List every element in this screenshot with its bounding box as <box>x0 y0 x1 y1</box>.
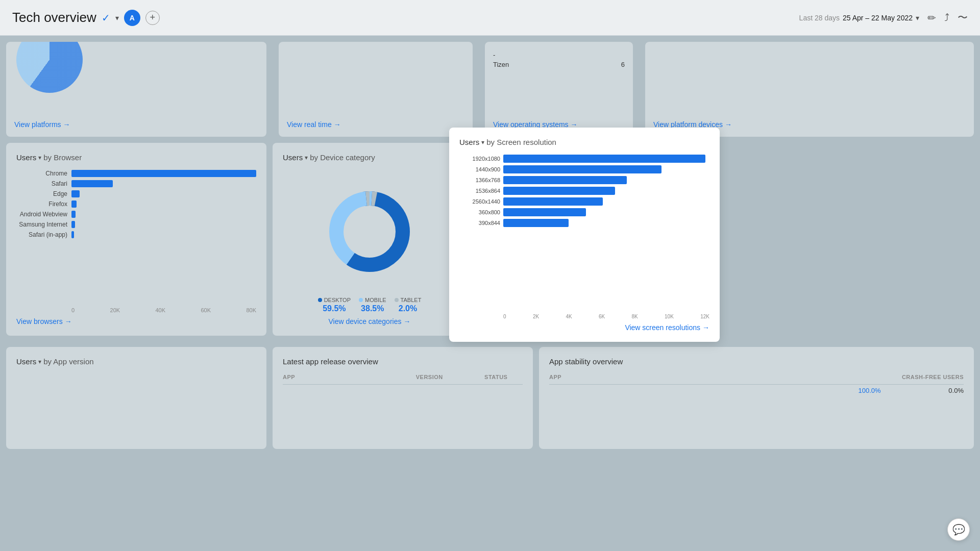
browser-bar-fill <box>71 190 80 197</box>
resolution-card: Users ▾ by Screen resolution 980x551 1… <box>449 128 720 342</box>
view-os-link[interactable]: View operating systems → <box>493 116 625 129</box>
os-row: - <box>493 50 625 60</box>
browser-bar-row: Firefox <box>16 201 256 208</box>
browser-bar-bg <box>71 201 256 208</box>
resolution-axis-label: 6K <box>599 314 605 319</box>
resolution-bar-fill <box>503 155 705 163</box>
resolution-bar-row: 360x800 <box>459 208 709 216</box>
resolution-bar-bg <box>503 165 709 173</box>
resolution-dropdown-icon[interactable]: ▾ <box>481 139 484 146</box>
browser-bar-label: Android Webview <box>16 211 67 218</box>
stability-row: 100.0% 0.0% <box>549 385 964 396</box>
device-dropdown-icon[interactable]: ▾ <box>305 154 308 161</box>
view-device-categories-link[interactable]: View device categories → <box>283 313 456 325</box>
date-value: 25 Apr – 22 May 2022 <box>843 14 913 22</box>
browser-axis-label: 40K <box>155 307 165 313</box>
browser-bar-label: Chrome <box>16 170 67 177</box>
resolution-axis-label: 4K <box>566 314 572 319</box>
resolution-bar-row: 390x844 <box>459 219 709 227</box>
chart-icon[interactable]: 〜 <box>958 11 968 24</box>
legend-value: 59.5% <box>323 304 346 313</box>
resolution-chart-title: Users ▾ by Screen resolution <box>459 138 709 146</box>
tizen-value: 6 <box>621 61 625 68</box>
resolution-axis-label: 12K <box>700 314 709 319</box>
browser-axis: 020K40K60K80K <box>71 307 256 313</box>
main-content: View platforms → View real time → - <box>0 36 980 551</box>
os-table: - Tizen 6 <box>493 50 625 69</box>
stability-app <box>549 387 715 394</box>
latest-release-title: Latest app release overview <box>283 357 523 366</box>
page-title: Tech overview <box>12 10 96 26</box>
resolution-axis-label: 2K <box>533 314 539 319</box>
resolution-bar-row: 1366x768 <box>459 176 709 184</box>
chat-button[interactable]: 💬 <box>947 518 970 541</box>
browser-axis-label: 80K <box>246 307 256 313</box>
platform-card: View platforms → <box>6 42 266 137</box>
app-stability-card: App stability overview APP CRASH-FREE US… <box>539 347 974 449</box>
check-icon: ✓ <box>102 12 110 24</box>
resolution-bar-label: 1366x768 <box>459 177 500 183</box>
resolution-bar-bg <box>503 197 709 206</box>
browser-axis-label: 20K <box>110 307 120 313</box>
resolution-bar-label: 980x551 <box>459 156 500 162</box>
stability-col-app: APP <box>549 374 756 380</box>
legend-dot <box>359 298 363 302</box>
header: Tech overview ✓ ▾ A + Last 28 days 25 Ap… <box>0 0 980 36</box>
browser-bar-row: Safari <box>16 180 256 187</box>
browser-dropdown-icon[interactable]: ▾ <box>38 154 41 161</box>
resolution-axis: 02K4K6K8K10K12K <box>503 314 709 319</box>
release-table-header: APP VERSION STATUS <box>283 374 523 385</box>
device-legend-item: DESKTOP 59.5% <box>318 297 351 313</box>
legend-label: MOBILE <box>359 297 386 303</box>
legend-label-text: TABLET <box>401 297 422 303</box>
app-version-title: Users ▾ by App version <box>16 357 256 366</box>
device-chart-title: Users ▾ by Device category <box>283 153 456 162</box>
legend-label: TABLET <box>395 297 422 303</box>
browser-axis-label: 60K <box>201 307 211 313</box>
resolution-bar-bg <box>503 187 709 195</box>
os-tizen-row: Tizen 6 <box>493 60 625 69</box>
stability-pct-1: 100.0% <box>715 387 881 394</box>
stability-table-header: APP CRASH-FREE USERS <box>549 374 964 385</box>
view-platform-devices-link[interactable]: View platform devices → <box>653 116 966 129</box>
middle-row: Users ▾ by Browser Chrome Safari Edge Fi… <box>0 143 980 342</box>
share-icon[interactable]: ⤴ <box>944 12 949 23</box>
avatar[interactable]: A <box>124 10 140 26</box>
app-version-card: Users ▾ by App version <box>6 347 266 449</box>
resolution-bar-row: 1536x864 <box>459 187 709 195</box>
browser-bar-bg <box>71 211 256 218</box>
legend-label-text: MOBILE <box>365 297 386 303</box>
resolution-bar-bg <box>503 155 709 163</box>
stability-col-crash: CRASH-FREE USERS <box>756 374 964 380</box>
legend-value: 2.0% <box>399 304 417 313</box>
resolution-bar-fill <box>503 187 615 195</box>
header-left: Tech overview ✓ ▾ A + <box>12 10 160 26</box>
device-legend: DESKTOP 59.5% MOBILE 38.5% TABLET 2.0% <box>283 297 456 313</box>
device-legend-item: TABLET 2.0% <box>395 297 422 313</box>
title-dropdown-icon[interactable]: ▾ <box>115 14 119 22</box>
add-button[interactable]: + <box>145 11 160 25</box>
date-range: Last 28 days 25 Apr – 22 May 2022 ▾ <box>799 14 919 22</box>
view-screen-resolutions-link[interactable]: View screen resolutions → <box>459 319 709 332</box>
resolution-bar-bg <box>503 219 709 227</box>
browser-bar-bg <box>71 221 256 228</box>
browser-card: Users ▾ by Browser Chrome Safari Edge Fi… <box>6 143 266 336</box>
view-realtime-link[interactable]: View real time → <box>287 116 464 129</box>
view-platforms-link[interactable]: View platforms → <box>14 116 258 129</box>
resolution-bar-bg <box>503 176 709 184</box>
chat-icon: 💬 <box>952 523 965 536</box>
resolution-bar-fill <box>503 176 627 184</box>
date-dropdown-icon[interactable]: ▾ <box>916 14 919 22</box>
edit-icon[interactable]: ✏ <box>927 12 936 24</box>
browser-bar-fill <box>71 211 76 218</box>
resolution-bar-label: 1440x900 <box>459 166 500 172</box>
platform-devices-card: View platform devices → <box>645 42 974 137</box>
view-browsers-link[interactable]: View browsers → <box>16 313 256 325</box>
app-version-dropdown-icon[interactable]: ▾ <box>38 358 41 365</box>
resolution-axis-label: 10K <box>665 314 674 319</box>
browser-bar-fill <box>71 231 74 238</box>
donut-container <box>283 170 456 293</box>
donut-svg <box>324 186 415 278</box>
svg-point-3 <box>344 206 395 257</box>
browser-bar-row: Safari (in-app) <box>16 231 256 238</box>
